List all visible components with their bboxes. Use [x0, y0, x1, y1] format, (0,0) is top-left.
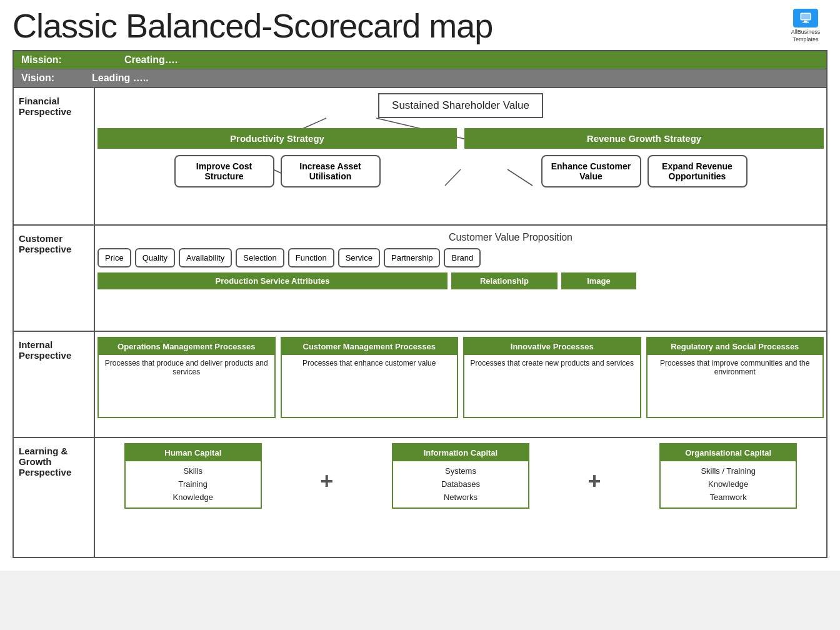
info-capital-group: Information Capital Systems Databases Ne…: [392, 443, 529, 509]
oc-item-2: Teamwork: [663, 491, 793, 504]
perspectives: Financial Perspective: [14, 88, 826, 557]
financial-label: Financial Perspective: [14, 88, 95, 224]
reg-body: Processes that improve communities and t…: [648, 355, 823, 380]
financial-row: Financial Perspective: [14, 88, 826, 226]
info-capital-header: Information Capital: [393, 444, 528, 461]
hc-item-1: Training: [128, 478, 258, 491]
ic-item-0: Systems: [396, 465, 526, 478]
cm-body: Processes that enhance customer value: [282, 355, 458, 371]
cust-function: Function: [288, 248, 334, 268]
human-capital-group: Human Capital Skills Training Knowledge: [124, 443, 262, 509]
hc-item-0: Skills: [128, 465, 258, 478]
header: Classic Balanced-Scorecard map AllBusine…: [12, 6, 828, 45]
ops-header: Operations Management Processes: [99, 338, 274, 355]
oc-item-0: Skills / Training: [663, 465, 793, 478]
customer-label: Customer Perspective: [14, 226, 95, 331]
revenue-group: Revenue Growth Strategy Enhance Customer…: [464, 128, 824, 188]
svg-rect-3: [804, 21, 808, 22]
cust-service: Service: [338, 248, 380, 268]
innov-body: Processes that create new products and s…: [464, 355, 640, 371]
expand-revenue-box: Expand Revenue Opportunities: [648, 155, 748, 188]
image-bar: Image: [561, 272, 636, 289]
org-capital-header: Organisational Capital: [661, 444, 796, 461]
cust-availability: Availability: [179, 248, 232, 268]
oc-item-1: Knowledge: [663, 478, 793, 491]
innov-header: Innovative Processes: [464, 338, 640, 355]
internal-label: Internal Perspective: [14, 332, 95, 437]
ic-item-2: Networks: [396, 491, 526, 504]
cust-partnership: Partnership: [384, 248, 440, 268]
human-capital-box: Human Capital Skills Training Knowledge: [124, 443, 262, 509]
customer-row: Customer Perspective Customer Value Prop…: [14, 226, 826, 332]
page: Classic Balanced-Scorecard map AllBusine…: [0, 0, 840, 571]
increase-asset-box: Increase Asset Utilisation: [281, 155, 381, 188]
org-capital-box: Organisational Capital Skills / Training…: [659, 443, 797, 509]
vision-label: Vision:: [21, 72, 54, 84]
enhance-customer-box: Enhance Customer Value: [541, 155, 641, 188]
reg-header: Regulatory and Social Processes: [648, 338, 823, 355]
logo-line2: Templates: [784, 36, 828, 42]
svg-rect-2: [801, 14, 810, 19]
plus-2: +: [588, 468, 601, 494]
revenue-boxes: Enhance Customer Value Expand Revenue Op…: [464, 155, 824, 188]
info-capital-box: Information Capital Systems Databases Ne…: [392, 443, 529, 509]
productivity-boxes: Improve Cost Structure Increase Asset Ut…: [98, 155, 457, 188]
ops-box: Operations Management Processes Processe…: [98, 337, 276, 418]
ic-item-1: Databases: [396, 478, 526, 491]
innov-box: Innovative Processes Processes that crea…: [463, 337, 641, 418]
hc-item-2: Knowledge: [128, 491, 258, 504]
logo: AllBusiness Templates: [784, 9, 828, 42]
relationship-bar: Relationship: [451, 272, 558, 289]
cm-header: Customer Management Processes: [282, 338, 458, 355]
cust-quality: Quality: [135, 248, 175, 268]
fin-strategies: Productivity Strategy Improve Cost Struc…: [98, 128, 824, 188]
svg-rect-4: [802, 22, 809, 23]
customer-items: Price Quality Availability Selection Fun…: [98, 248, 824, 268]
vision-row: Vision: Leading …..: [14, 69, 826, 88]
info-capital-body: Systems Databases Networks: [393, 461, 528, 508]
vision-value: Leading …..: [92, 72, 149, 84]
prod-service-row: Production Service Attributes Relationsh…: [98, 272, 824, 289]
productivity-group: Productivity Strategy Improve Cost Struc…: [98, 128, 457, 188]
shareholder-box: Sustained Shareholder Value: [378, 93, 543, 118]
learning-label: Learning & Growth Perspective: [14, 438, 95, 557]
mission-row: Mission: Creating….: [14, 51, 826, 69]
customer-content: Customer Value Proposition Price Quality…: [95, 226, 826, 331]
cvp-label: Customer Value Proposition: [148, 232, 840, 243]
internal-content: Operations Management Processes Processe…: [95, 332, 826, 437]
logo-icon: [793, 9, 818, 28]
cust-brand: Brand: [444, 248, 481, 268]
learning-content: Human Capital Skills Training Knowledge …: [95, 438, 826, 557]
ops-body: Processes that produce and deliver produ…: [99, 355, 274, 380]
improve-cost-box: Improve Cost Structure: [174, 155, 274, 188]
page-title: Classic Balanced-Scorecard map: [12, 6, 492, 45]
shareholder-text: Sustained Shareholder Value: [392, 99, 529, 111]
mission-value: Creating….: [124, 54, 178, 66]
financial-content: Sustained Shareholder Value Productivity…: [95, 88, 826, 224]
prod-service-bar: Production Service Attributes: [98, 272, 448, 289]
cust-selection: Selection: [236, 248, 284, 268]
mission-label: Mission:: [21, 54, 62, 66]
learning-row: Learning & Growth Perspective Human Capi…: [14, 438, 826, 557]
human-capital-body: Skills Training Knowledge: [126, 461, 261, 508]
reg-box: Regulatory and Social Processes Processe…: [646, 337, 824, 418]
internal-row: Internal Perspective Operations Manageme…: [14, 332, 826, 438]
org-capital-group: Organisational Capital Skills / Training…: [659, 443, 797, 509]
plus-1: +: [320, 468, 333, 494]
revenue-header: Revenue Growth Strategy: [464, 128, 824, 149]
logo-line1: AllBusiness: [784, 29, 828, 36]
cm-box: Customer Management Processes Processes …: [281, 337, 459, 418]
human-capital-header: Human Capital: [126, 444, 261, 461]
main-frame: Mission: Creating…. Vision: Leading ….. …: [12, 50, 828, 558]
org-capital-body: Skills / Training Knowledge Teamwork: [661, 461, 796, 508]
productivity-header: Productivity Strategy: [98, 128, 457, 149]
cust-price: Price: [98, 248, 131, 268]
